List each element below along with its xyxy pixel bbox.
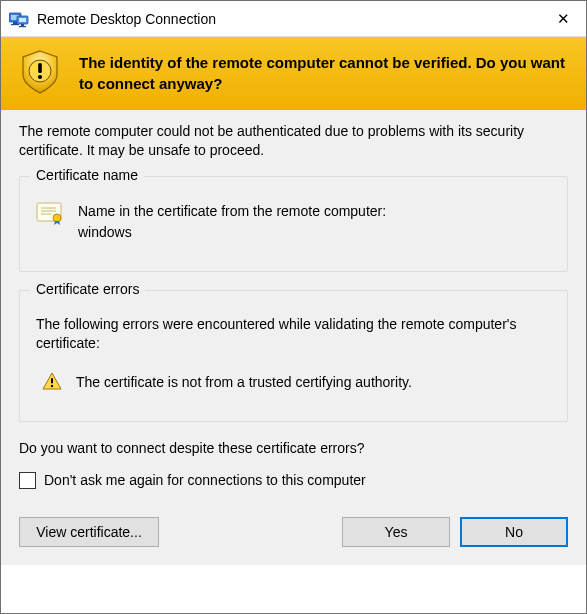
checkbox-box-icon [19, 472, 36, 489]
window-title: Remote Desktop Connection [37, 11, 540, 27]
svg-rect-5 [19, 18, 26, 22]
svg-rect-7 [19, 26, 26, 27]
svg-point-10 [38, 75, 42, 79]
svg-rect-9 [38, 63, 42, 73]
svg-point-15 [53, 214, 61, 222]
button-row: View certificate... Yes No [19, 517, 568, 547]
certificate-icon [36, 201, 64, 228]
warning-banner-text: The identity of the remote computer cann… [79, 53, 568, 94]
svg-rect-2 [13, 22, 17, 24]
certificate-name-group: Certificate name Name in the certificate… [19, 176, 568, 272]
svg-rect-16 [51, 378, 53, 384]
rdp-app-icon [9, 10, 29, 28]
no-button[interactable]: No [460, 517, 568, 547]
certificate-errors-title: Certificate errors [30, 281, 145, 297]
titlebar: Remote Desktop Connection ✕ [1, 1, 586, 37]
close-icon: ✕ [557, 10, 570, 28]
certificate-name-value: windows [78, 222, 386, 243]
certificate-name-title: Certificate name [30, 167, 144, 183]
warning-triangle-icon [42, 372, 62, 393]
svg-point-17 [51, 385, 53, 387]
dont-ask-checkbox[interactable]: Don't ask me again for connections to th… [19, 472, 568, 489]
shield-warning-icon [19, 49, 61, 98]
lead-text: The remote computer could not be authent… [19, 122, 568, 160]
dialog-content: The remote computer could not be authent… [1, 110, 586, 565]
warning-banner: The identity of the remote computer cann… [1, 37, 586, 110]
certificate-error-text: The certificate is not from a trusted ce… [76, 374, 412, 390]
close-button[interactable]: ✕ [540, 1, 586, 37]
certificate-error-item: The certificate is not from a trusted ce… [42, 372, 551, 393]
certificate-name-label: Name in the certificate from the remote … [78, 201, 386, 222]
view-certificate-button[interactable]: View certificate... [19, 517, 159, 547]
yes-button[interactable]: Yes [342, 517, 450, 547]
certificate-errors-intro: The following errors were encountered wh… [36, 315, 551, 354]
certificate-errors-group: Certificate errors The following errors … [19, 290, 568, 422]
certificate-name-text: Name in the certificate from the remote … [78, 201, 386, 243]
dont-ask-label: Don't ask me again for connections to th… [44, 472, 366, 488]
svg-rect-6 [21, 24, 24, 26]
connect-question: Do you want to connect despite these cer… [19, 440, 568, 456]
